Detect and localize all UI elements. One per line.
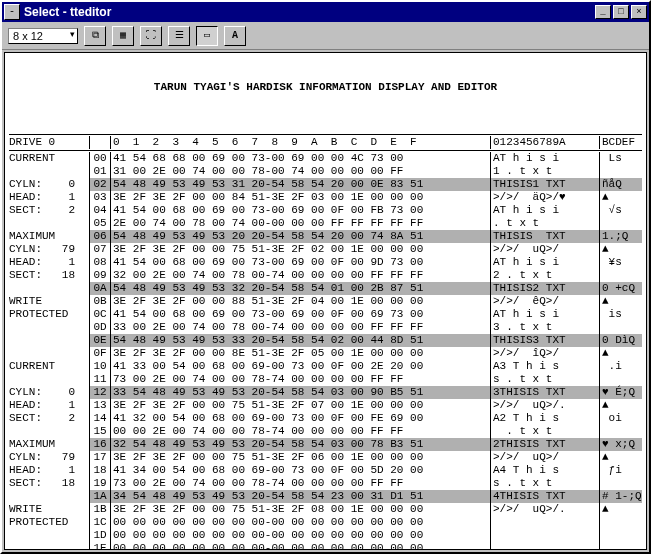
hex-bytes[interactable]: 41 54 00 68 00 69 00 73-00 69 00 0F 00 6…: [111, 308, 490, 321]
hex-row[interactable]: SECT: 21441 32 00 54 00 68 00 69-00 73 0…: [9, 412, 642, 425]
ascii-cell-2: [600, 373, 642, 386]
hex-bytes[interactable]: 3E 2F 3E 2F 00 00 8E 51-3E 2F 05 00 1E 0…: [111, 347, 490, 360]
hex-bytes[interactable]: 54 48 49 53 49 53 31 20-54 58 54 20 00 0…: [111, 178, 490, 191]
left-label: [9, 529, 89, 542]
offset-cell: 1C: [89, 516, 111, 529]
hex-bytes[interactable]: 73 00 2E 00 74 00 00 78-74 00 00 00 00 F…: [111, 477, 490, 490]
hex-bytes[interactable]: 32 00 2E 00 74 00 78 00-74 00 00 00 00 F…: [111, 269, 490, 282]
hex-row[interactable]: 1500 00 2E 00 74 00 00 78-74 00 00 00 00…: [9, 425, 642, 438]
offset-cell: 06: [89, 230, 111, 243]
hex-row[interactable]: HEAD: 10841 54 00 68 00 69 00 73-00 69 0…: [9, 256, 642, 269]
system-menu-icon[interactable]: -: [4, 4, 20, 20]
hex-bytes[interactable]: 34 54 48 49 53 49 53 20-54 58 54 23 00 3…: [111, 490, 490, 503]
terminal-area[interactable]: TARUN TYAGI'S HARDISK INFORMATION DISPLA…: [4, 52, 647, 550]
hex-bytes[interactable]: 3E 2F 3E 2F 00 00 75 51-3E 2F 08 00 1E 0…: [111, 503, 490, 516]
hex-row[interactable]: HEAD: 11841 34 00 54 00 68 00 69-00 73 0…: [9, 464, 642, 477]
hex-row[interactable]: WRITE0B3E 2F 3E 2F 00 00 88 51-3E 2F 04 …: [9, 295, 642, 308]
background-button[interactable]: ▭: [196, 26, 218, 46]
hex-bytes[interactable]: 33 54 48 49 53 49 53 20-54 58 54 03 00 9…: [111, 386, 490, 399]
hex-bytes[interactable]: 3E 2F 3E 2F 00 00 75 51-3E 2F 07 00 1E 0…: [111, 399, 490, 412]
hex-row[interactable]: 1D00 00 00 00 00 00 00 00-00 00 00 00 00…: [9, 529, 642, 542]
hex-bytes[interactable]: 41 32 00 54 00 68 00 69-00 73 00 0F 00 F…: [111, 412, 490, 425]
ascii-cell-2: ▲: [600, 191, 642, 204]
ascii-cell-1: 2 . t x t: [490, 269, 600, 282]
hex-row[interactable]: 0A54 48 49 53 49 53 32 20-54 58 54 01 00…: [9, 282, 642, 295]
hex-row[interactable]: SECT: 20441 54 00 68 00 69 00 73-00 69 0…: [9, 204, 642, 217]
hex-row[interactable]: SECT: 181973 00 2E 00 74 00 00 78-74 00 …: [9, 477, 642, 490]
hex-bytes[interactable]: 3E 2F 3E 2F 00 00 88 51-3E 2F 04 00 1E 0…: [111, 295, 490, 308]
hex-bytes[interactable]: 41 54 00 68 00 69 00 73-00 69 00 0F 00 9…: [111, 256, 490, 269]
offset-cell: 05: [89, 217, 111, 230]
minimize-button[interactable]: _: [595, 5, 611, 19]
hex-bytes[interactable]: 32 54 48 49 53 49 53 20-54 58 54 03 00 7…: [111, 438, 490, 451]
ascii-cell-2: ▲: [600, 243, 642, 256]
font-button[interactable]: A: [224, 26, 246, 46]
offset-cell: 0B: [89, 295, 111, 308]
hex-bytes[interactable]: 00 00 00 00 00 00 00 00-00 00 00 00 00 0…: [111, 516, 490, 529]
hex-bytes[interactable]: 33 00 2E 00 74 00 78 00-74 00 00 00 00 F…: [111, 321, 490, 334]
ascii-cell-2: 0 +cQ: [600, 282, 642, 295]
hex-row[interactable]: SECT: 180932 00 2E 00 74 00 78 00-74 00 …: [9, 269, 642, 282]
copy-button[interactable]: ⧉: [84, 26, 106, 46]
hex-row[interactable]: 0E54 48 49 53 49 53 33 20-54 58 54 02 00…: [9, 334, 642, 347]
hex-row[interactable]: PROTECTED0C41 54 00 68 00 69 00 73-00 69…: [9, 308, 642, 321]
maximize-button[interactable]: □: [613, 5, 629, 19]
hex-bytes[interactable]: 54 48 49 53 49 53 20 20-54 58 54 20 00 7…: [111, 230, 490, 243]
hex-bytes[interactable]: 73 00 2E 00 74 00 00 78-74 00 00 00 00 F…: [111, 373, 490, 386]
hex-row[interactable]: CYLN: 01233 54 48 49 53 49 53 20-54 58 5…: [9, 386, 642, 399]
hex-bytes[interactable]: 41 54 00 68 00 69 00 73-00 69 00 0F 00 F…: [111, 204, 490, 217]
hex-row[interactable]: 052E 00 74 00 78 00 74 00-00 00 00 FF FF…: [9, 217, 642, 230]
ascii-cell-1: >/>/ uQ>/: [490, 451, 600, 464]
hex-bytes[interactable]: 41 33 00 54 00 68 00 69-00 73 00 0F 00 2…: [111, 360, 490, 373]
hex-row[interactable]: 1A34 54 48 49 53 49 53 20-54 58 54 23 00…: [9, 490, 642, 503]
close-button[interactable]: ×: [631, 5, 647, 19]
paste-button[interactable]: ▦: [112, 26, 134, 46]
hex-bytes[interactable]: 3E 2F 3E 2F 00 00 75 51-3E 2F 02 00 1E 0…: [111, 243, 490, 256]
font-size-select[interactable]: 8 x 12: [8, 28, 78, 44]
hex-bytes[interactable]: 31 00 2E 00 74 00 00 78-00 74 00 00 00 0…: [111, 165, 490, 178]
hex-row[interactable]: 0D33 00 2E 00 74 00 78 00-74 00 00 00 00…: [9, 321, 642, 334]
hex-bytes[interactable]: 41 34 00 54 00 68 00 69-00 73 00 0F 00 5…: [111, 464, 490, 477]
hex-row[interactable]: CURRENT1041 33 00 54 00 68 00 69-00 73 0…: [9, 360, 642, 373]
hex-row[interactable]: 1173 00 2E 00 74 00 00 78-74 00 00 00 00…: [9, 373, 642, 386]
hex-row[interactable]: 0131 00 2E 00 74 00 00 78-00 74 00 00 00…: [9, 165, 642, 178]
ascii-cell-2: [600, 516, 642, 529]
ascii-cell-1: 3THISIS TXT: [490, 386, 600, 399]
hex-row[interactable]: WRITE1B3E 2F 3E 2F 00 00 75 51-3E 2F 08 …: [9, 503, 642, 516]
hex-row[interactable]: MAXIMUM1632 54 48 49 53 49 53 20-54 58 5…: [9, 438, 642, 451]
ascii-cell-2: ▲: [600, 399, 642, 412]
hex-row[interactable]: CURRENT0041 54 68 68 00 69 00 73-00 69 0…: [9, 152, 642, 165]
fullscreen-button[interactable]: ⛶: [140, 26, 162, 46]
hex-bytes[interactable]: 00 00 00 00 00 00 00 00-00 00 00 00 00 0…: [111, 542, 490, 550]
hex-row[interactable]: 0F3E 2F 3E 2F 00 00 8E 51-3E 2F 05 00 1E…: [9, 347, 642, 360]
titlebar: - Select - tteditor _ □ ×: [2, 2, 649, 22]
ascii-cell-2: ¥s: [600, 256, 642, 269]
hex-row[interactable]: CYLN: 79173E 2F 3E 2F 00 00 75 51-3E 2F …: [9, 451, 642, 464]
hex-bytes[interactable]: 3E 2F 3E 2F 00 00 84 51-3E 2F 03 00 1E 0…: [111, 191, 490, 204]
ascii-cell-2: [600, 477, 642, 490]
ascii-cell-1: 4THISIS TXT: [490, 490, 600, 503]
hex-bytes[interactable]: 00 00 00 00 00 00 00 00-00 00 00 00 00 0…: [111, 529, 490, 542]
hex-row[interactable]: HEAD: 1133E 2F 3E 2F 00 00 75 51-3E 2F 0…: [9, 399, 642, 412]
hex-row[interactable]: PROTECTED1C00 00 00 00 00 00 00 00-00 00…: [9, 516, 642, 529]
hex-bytes[interactable]: 41 54 68 68 00 69 00 73-00 69 00 00 4C 7…: [111, 152, 490, 165]
hex-bytes[interactable]: 00 00 2E 00 74 00 00 78-74 00 00 00 00 F…: [111, 425, 490, 438]
left-label: CYLN: 0: [9, 386, 89, 399]
left-label: [9, 347, 89, 360]
ascii-cell-2: [600, 425, 642, 438]
hex-row[interactable]: HEAD: 1033E 2F 3E 2F 00 00 84 51-3E 2F 0…: [9, 191, 642, 204]
hex-row[interactable]: MAXIMUM0654 48 49 53 49 53 20 20-54 58 5…: [9, 230, 642, 243]
hex-bytes[interactable]: 54 48 49 53 49 53 32 20-54 58 54 01 00 2…: [111, 282, 490, 295]
left-label: WRITE: [9, 503, 89, 516]
ascii-cell-1: 1 . t x t: [490, 165, 600, 178]
hex-row[interactable]: 1E00 00 00 00 00 00 00 00-00 00 00 00 00…: [9, 542, 642, 550]
properties-button[interactable]: ☰: [168, 26, 190, 46]
offset-cell: 12: [89, 386, 111, 399]
hex-bytes[interactable]: 3E 2F 3E 2F 00 00 75 51-3E 2F 06 00 1E 0…: [111, 451, 490, 464]
hex-bytes[interactable]: 54 48 49 53 49 53 33 20-54 58 54 02 00 4…: [111, 334, 490, 347]
ascii-cell-1: THISIS1 TXT: [490, 178, 600, 191]
hex-bytes[interactable]: 2E 00 74 00 78 00 74 00-00 00 00 FF FF F…: [111, 217, 490, 230]
hex-row[interactable]: CYLN: 00254 48 49 53 49 53 31 20-54 58 5…: [9, 178, 642, 191]
hex-row[interactable]: CYLN: 79073E 2F 3E 2F 00 00 75 51-3E 2F …: [9, 243, 642, 256]
ascii-cell-1: AT h i s i: [490, 308, 600, 321]
